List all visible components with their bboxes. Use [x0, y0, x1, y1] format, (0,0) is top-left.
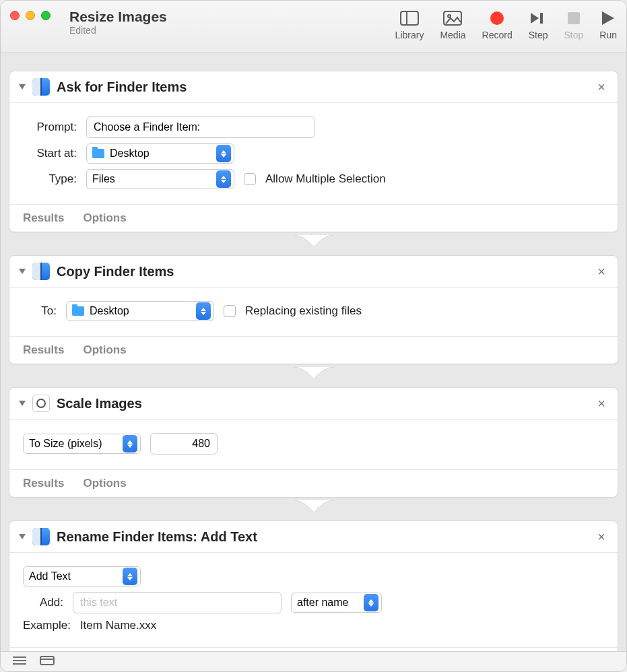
disclosure-triangle-icon[interactable]	[19, 534, 26, 539]
toolbar-record-button[interactable]: Record	[482, 9, 513, 40]
remove-action-button[interactable]: ×	[595, 264, 608, 279]
position-popup[interactable]: after name	[291, 593, 382, 613]
scale-size-field[interactable]: 480	[150, 433, 218, 455]
results-button[interactable]: Results	[23, 477, 64, 490]
example-value: Item Name.xxx	[80, 619, 156, 632]
connector	[9, 500, 618, 518]
toolbar-step-label: Step	[529, 30, 548, 40]
type-popup[interactable]: Files	[86, 169, 234, 189]
svg-rect-11	[40, 657, 54, 665]
action-header[interactable]: Scale Images ×	[9, 388, 618, 419]
popup-stepper-icon	[216, 145, 231, 162]
add-label: Add:	[23, 596, 63, 609]
log-view-button[interactable]	[13, 655, 26, 669]
prompt-value: Choose a Finder Item:	[94, 121, 200, 133]
window-title: Resize Images	[69, 9, 167, 25]
disclosure-triangle-icon[interactable]	[19, 84, 26, 90]
toolbar-run-button[interactable]: Run	[599, 9, 617, 40]
example-label: Example:	[23, 619, 71, 632]
to-popup[interactable]: Desktop	[66, 301, 214, 321]
svg-rect-0	[401, 11, 418, 25]
disclosure-triangle-icon[interactable]	[19, 401, 26, 406]
preview-icon	[32, 395, 50, 412]
svg-rect-6	[568, 12, 580, 24]
toolbar-step-button[interactable]: Step	[529, 9, 548, 40]
stop-icon	[568, 9, 580, 28]
automator-window: Resize Images Edited Library Media	[0, 0, 627, 672]
rename-mode-popup[interactable]: Add Text	[23, 566, 141, 586]
svg-marker-4	[531, 13, 539, 24]
window-subtitle: Edited	[69, 25, 167, 36]
popup-stepper-icon	[123, 568, 137, 585]
finder-icon	[32, 263, 50, 280]
replace-label: Replacing existing files	[245, 304, 362, 318]
action-header[interactable]: Copy Finder Items ×	[9, 256, 618, 288]
to-label: To:	[23, 304, 57, 318]
toolbar-run-label: Run	[599, 30, 617, 40]
popup-stepper-icon	[216, 170, 231, 188]
popup-stepper-icon	[196, 302, 211, 320]
action-title: Scale Images	[57, 396, 588, 411]
action-title: Copy Finder Items	[57, 264, 588, 279]
remove-action-button[interactable]: ×	[595, 529, 608, 545]
toolbar-stop-label: Stop	[564, 30, 584, 40]
toolbar-library-button[interactable]: Library	[395, 9, 424, 40]
allow-multiple-checkbox[interactable]	[244, 173, 256, 185]
startat-popup[interactable]: Desktop	[86, 143, 234, 164]
sidebar-icon	[400, 9, 419, 28]
replace-checkbox[interactable]	[224, 305, 236, 317]
step-icon	[531, 9, 546, 28]
startat-label: Start at:	[23, 147, 77, 160]
finder-icon	[32, 528, 50, 545]
minimize-window-button[interactable]	[26, 11, 35, 20]
results-button[interactable]: Results	[23, 343, 64, 357]
workflow-area[interactable]: Ask for Finder Items × Prompt: Choose a …	[1, 53, 626, 651]
traffic-lights	[10, 7, 51, 20]
action-header[interactable]: Rename Finder Items: Add Text ×	[9, 521, 618, 553]
toolbar-stop-button[interactable]: Stop	[564, 9, 584, 40]
position-value: after name	[297, 597, 348, 609]
results-button[interactable]: Results	[23, 211, 64, 225]
action-title: Ask for Finder Items	[57, 79, 588, 95]
scale-mode-popup[interactable]: To Size (pixels)	[23, 434, 141, 454]
action-title: Rename Finder Items: Add Text	[57, 529, 588, 545]
variables-view-button[interactable]	[40, 655, 55, 669]
remove-action-button[interactable]: ×	[595, 396, 608, 411]
finder-icon	[32, 78, 50, 96]
add-text-field[interactable]: this text	[73, 592, 282, 613]
options-button[interactable]: Options	[83, 477, 126, 490]
svg-point-3	[448, 15, 451, 18]
connector	[9, 367, 618, 384]
toolbar-media-button[interactable]: Media	[440, 9, 465, 40]
toolbar-record-label: Record	[482, 30, 513, 40]
remove-action-button[interactable]: ×	[595, 79, 608, 95]
action-rename-finder-items: Rename Finder Items: Add Text × Add Text…	[9, 520, 618, 651]
scale-size-value: 480	[192, 438, 210, 450]
type-value: Files	[92, 173, 115, 185]
zoom-window-button[interactable]	[41, 11, 51, 20]
options-button[interactable]: Options	[83, 343, 126, 357]
svg-rect-5	[540, 13, 543, 24]
media-icon	[443, 9, 462, 28]
type-label: Type:	[23, 172, 77, 186]
add-text-placeholder: this text	[80, 597, 117, 609]
action-scale-images: Scale Images × To Size (pixels) 480 Resu…	[9, 387, 618, 498]
prompt-label: Prompt:	[23, 121, 77, 134]
svg-marker-7	[602, 11, 614, 25]
action-ask-finder-items: Ask for Finder Items × Prompt: Choose a …	[9, 71, 618, 232]
title-area: Resize Images Edited	[69, 7, 167, 36]
folder-icon	[72, 306, 84, 316]
disclosure-triangle-icon[interactable]	[19, 269, 26, 274]
action-copy-finder-items: Copy Finder Items × To: Desktop Replacin…	[9, 255, 618, 364]
toolbar-media-label: Media	[440, 30, 465, 40]
toolbar: Resize Images Edited Library Media	[1, 1, 626, 53]
allow-multiple-label: Allow Multiple Selection	[265, 172, 386, 186]
close-window-button[interactable]	[10, 11, 20, 20]
popup-stepper-icon	[123, 435, 137, 452]
prompt-field[interactable]: Choose a Finder Item:	[86, 116, 315, 138]
options-button[interactable]: Options	[83, 211, 126, 225]
folder-icon	[92, 149, 104, 158]
status-bar	[1, 651, 626, 671]
popup-stepper-icon	[364, 594, 378, 611]
action-header[interactable]: Ask for Finder Items ×	[9, 71, 618, 103]
